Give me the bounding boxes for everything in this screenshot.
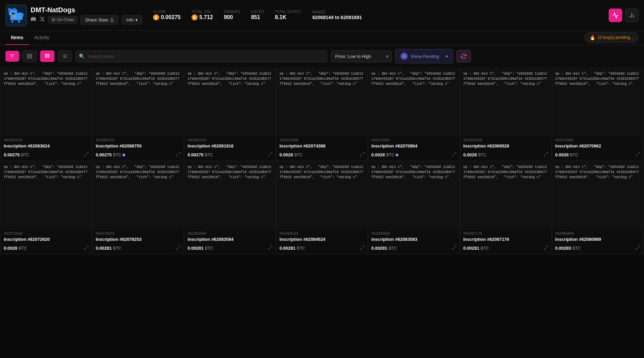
inscription-id: #62083624 (1, 137, 92, 143)
nft-card[interactable]: op : dmt-min t", "dep": "e033e8d 11ab121… (276, 161, 367, 254)
info-label: Info (126, 17, 134, 22)
show-pending-button[interactable]: Show Pending ▾ (395, 49, 453, 63)
floor-label: FLOOR (153, 10, 181, 14)
nft-card[interactable]: op : dmt-min t", "dep": "e033e8d 11ab121… (460, 161, 551, 254)
card-footer: 0.00275 BTC (1, 150, 92, 160)
collection-name: DMT-NatDogs (31, 6, 142, 14)
inscription-id: #62070962 (552, 137, 643, 143)
nft-card[interactable]: op : dmt-min t", "dep": "e033e8d 11ab121… (368, 161, 460, 254)
btc-icon-vol: ₿ (192, 14, 198, 20)
svg-line-53 (636, 155, 638, 156)
svg-text:₿: ₿ (13, 14, 16, 19)
inscription-id: #62087176 (461, 230, 551, 236)
inscription-name: Inscription #62069528 (461, 143, 551, 150)
listed-value: 851 (251, 14, 264, 20)
svg-line-65 (544, 248, 546, 249)
card-expand-icon[interactable] (84, 152, 89, 158)
card-expand-icon[interactable] (176, 152, 181, 158)
collection-logo: ₿ (5, 4, 27, 26)
card-content: op : dmt-min t", "dep": "e033e8d 11ab121… (1, 162, 92, 230)
card-expand-icon[interactable] (544, 245, 548, 251)
nft-card[interactable]: op : dmt-min t", "dep": "e033e8d 11ab121… (368, 68, 460, 161)
svg-rect-24 (45, 54, 46, 55)
card-expand-icon[interactable] (360, 245, 365, 251)
inscription-id: #62074388 (277, 137, 367, 143)
nft-card[interactable]: op : dmt-min t", "dep": "e033e8d 11ab121… (93, 161, 184, 254)
pending-badge[interactable]: 🔥 12 buy(s) pending... (584, 32, 639, 43)
inscription-id: #62080989 (552, 230, 643, 236)
nft-card[interactable]: op : dmt-min t", "dep": "e033e8d 11ab121… (184, 68, 276, 161)
info-button[interactable]: Info ▾ (122, 15, 142, 25)
total-vol-value: ₿ 5.712 (192, 14, 213, 20)
discord-icon[interactable] (31, 16, 36, 23)
pending-indicator (122, 154, 125, 156)
svg-rect-21 (30, 54, 32, 56)
share-stats-button[interactable]: Share Stats (81, 15, 118, 25)
svg-line-67 (636, 248, 638, 249)
nft-card[interactable]: op : dmt-min t", "dep": "e033e8d 11ab121… (552, 68, 643, 161)
total-supply-value: 8.1K (275, 14, 301, 20)
svg-rect-7 (11, 19, 13, 23)
nft-card[interactable]: op : dmt-min t", "dep": "e033e8d 11ab121… (552, 161, 643, 254)
card-expand-icon[interactable] (176, 245, 181, 251)
onchain-badge: On-Chain (48, 16, 77, 24)
refresh-button[interactable] (457, 50, 471, 62)
owners-value: 900 (224, 14, 240, 20)
inscription-name: Inscription #62070964 (369, 143, 459, 150)
owners-label: OWNERS (224, 10, 240, 14)
svg-line-64 (546, 246, 548, 247)
nft-card[interactable]: op : dmt-min t", "dep": "e033e8d 11ab121… (276, 68, 367, 161)
inscription-name: Inscription #62070962 (552, 143, 643, 150)
svg-rect-31 (49, 55, 49, 56)
card-content: op : dmt-min t", "dep": "e033e8d 11ab121… (93, 162, 183, 230)
card-expand-icon[interactable] (635, 152, 640, 158)
card-content: op : dmt-min t", "dep": "e033e8d 11ab121… (461, 162, 551, 230)
logo-area: ₿ DMT-NatDogs On-Chain Share Stats (5, 4, 142, 26)
nft-card[interactable]: op : dmt-min t", "dep": "e033e8d 11ab121… (1, 68, 92, 161)
nft-card[interactable]: op : dmt-min t", "dep": "e033e8d 11ab121… (460, 68, 551, 161)
inscription-name: Inscription #62084524 (277, 236, 367, 243)
header-right (609, 9, 639, 22)
svg-rect-9 (22, 13, 24, 17)
svg-line-47 (360, 155, 362, 156)
twitter-icon[interactable] (39, 16, 45, 23)
card-expand-icon[interactable] (635, 245, 640, 251)
card-expand-icon[interactable] (84, 245, 89, 251)
inscription-name: Inscription #62080989 (552, 236, 643, 243)
svg-line-63 (452, 248, 453, 249)
card-price: 0.00275 BTC (4, 152, 29, 157)
card-expand-icon[interactable] (452, 245, 457, 251)
nft-card[interactable]: op : dmt-min t", "dep": "e033e8d 11ab121… (184, 161, 276, 254)
nft-card[interactable]: op : dmt-min t", "dep": "e033e8d 11ab121… (93, 68, 184, 161)
card-price: 0.00281 BTC (371, 246, 397, 251)
sort-select[interactable]: Price: Low to HighPrice: High to LowRece… (331, 50, 392, 62)
view-list-button[interactable] (58, 50, 72, 62)
search-input[interactable] (76, 50, 327, 62)
svg-rect-4 (13, 8, 16, 11)
filter-button[interactable] (5, 51, 19, 62)
card-expand-icon[interactable] (452, 152, 457, 158)
activity-chart-button[interactable] (609, 9, 622, 22)
inscription-id: #62081916 (185, 137, 275, 143)
nft-card[interactable]: op : dmt-min t", "dep": "e033e8d 11ab121… (1, 161, 92, 254)
bar-chart-button[interactable] (625, 9, 639, 22)
card-content: op : dmt-min t", "dep": "e033e8d 11ab121… (93, 68, 183, 137)
view-small-grid-button[interactable] (40, 50, 54, 62)
card-footer: 0.00281 BTC (369, 243, 459, 254)
card-expand-icon[interactable] (268, 152, 273, 158)
inscription-id: #62083583 (369, 230, 459, 236)
card-expand-icon[interactable] (544, 152, 548, 158)
tab-items[interactable]: Items (5, 31, 29, 45)
card-content: op : dmt-min t", "dep": "e033e8d 11ab121… (1, 68, 92, 137)
inscription-id: #62078253 (93, 230, 183, 236)
svg-line-62 (455, 246, 456, 247)
controls-bar: 🔍 Price: Low to HighPrice: High to LowRe… (0, 45, 644, 67)
svg-line-51 (544, 155, 546, 156)
range-label: RANGE (312, 10, 362, 14)
view-grid-button[interactable] (22, 50, 37, 62)
tab-activity[interactable]: Activity (29, 31, 55, 45)
card-expand-icon[interactable] (268, 245, 273, 251)
range-value: 62068144 to 62091691 (312, 15, 362, 20)
card-expand-icon[interactable] (360, 152, 365, 158)
svg-rect-26 (48, 54, 49, 55)
